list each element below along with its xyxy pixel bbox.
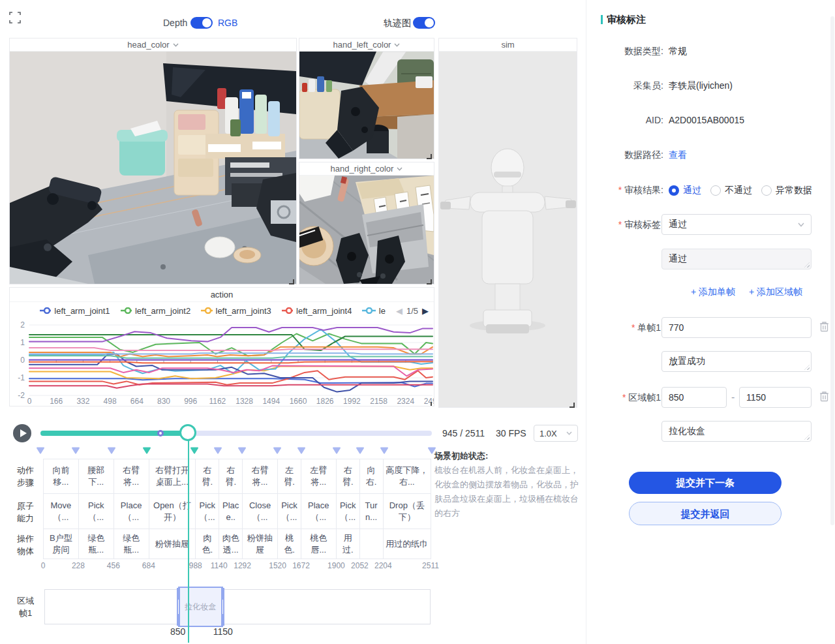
svg-text:166: 166 (50, 397, 63, 406)
svg-text:1992: 1992 (343, 397, 361, 406)
add-region-frame-link[interactable]: + 添加区域帧 (749, 286, 802, 298)
hand-left-camera-title: hand_left_color (333, 40, 391, 50)
timeline-cell: Pick（... (79, 494, 114, 529)
resize-handle-icon[interactable] (425, 399, 433, 406)
review-result-label: 审核结果: (601, 185, 663, 196)
timeline-cell: 腰部下... (79, 459, 114, 493)
speed-select[interactable]: 1.0X (534, 425, 578, 442)
radio-unselected[interactable] (761, 185, 772, 196)
chevron-down-icon (173, 43, 179, 47)
step-boundary-marker-icon[interactable] (356, 445, 365, 457)
panel-scrollbar[interactable] (830, 16, 834, 525)
region-segment-label: 拉化妆盒 (185, 602, 216, 613)
trajectory-toggle[interactable] (413, 17, 435, 29)
svg-text:2: 2 (20, 320, 25, 330)
review-tag-note-textarea[interactable]: 通过 (661, 249, 812, 269)
data-type-label: 数据类型: (601, 46, 663, 57)
depth-rgb-toggle[interactable] (190, 17, 213, 29)
step-boundary-marker-icon[interactable] (332, 445, 341, 457)
slider-handle[interactable] (179, 424, 196, 441)
play-button[interactable] (13, 424, 31, 442)
step-boundary-marker-icon[interactable] (297, 445, 306, 457)
hand-right-camera-selector[interactable]: hand_right_color (299, 162, 434, 176)
timeline-row: 向前移...腰部下...右臂将...右臂打开桌面上...右臂.右臂.右臂将...… (44, 459, 431, 494)
fullscreen-icon[interactable] (9, 12, 21, 23)
frame-scale-label: 228 (72, 561, 85, 570)
region-start-value: 850 (170, 626, 185, 637)
region-end-input[interactable] (739, 387, 812, 408)
trajectory-label: 轨迹图 (384, 18, 411, 29)
submit-next-button[interactable]: 提交并下一条 (629, 472, 782, 494)
timeline-cell: 桃色. (278, 529, 301, 559)
timeline-cell: 桃色唇... (301, 529, 337, 559)
resize-handle-icon[interactable] (425, 276, 433, 283)
svg-text:1162: 1162 (209, 397, 226, 406)
scene-initial-state: 场景初始状态: 梳妆台在机器人前，化妆盒在桌面上，化妆盒的侧边摆放着物品，化妆品… (434, 449, 583, 521)
radio-unselected[interactable] (710, 185, 721, 196)
delete-region-frame-icon[interactable] (819, 391, 830, 403)
data-path-label: 数据路径: (601, 149, 663, 161)
step-boundary-marker-icon[interactable] (237, 445, 247, 457)
timeline-cell: 粉饼抽屉 (243, 529, 278, 559)
review-panel: 审核标注 数据类型: 常规 采集员: 李轶晨(liyichen) AID: A2… (586, 0, 835, 644)
frame-scale-label: 456 (107, 561, 120, 570)
region-right-handle[interactable] (221, 588, 224, 626)
legend-next-icon[interactable]: ▶ (422, 306, 429, 316)
timeline-cell: Pick（... (196, 494, 219, 529)
radio-option-label[interactable]: 通过 (683, 185, 701, 196)
playback-slider[interactable] (40, 431, 432, 436)
action-chart-title: action (10, 288, 434, 302)
region-left-handle[interactable] (177, 588, 180, 626)
step-boundary-marker-icon[interactable] (107, 445, 116, 457)
step-timeline-grid: 向前移...腰部下...右臂将...右臂打开桌面上...右臂.右臂.右臂将...… (43, 459, 431, 559)
frame-scale-label: 684 (142, 561, 155, 570)
region-frame-segment[interactable]: 拉化妆盒 (178, 587, 223, 627)
line-series-icon (362, 307, 375, 314)
hand-left-camera-selector[interactable]: hand_left_color (299, 38, 434, 52)
hand-left-camera-image (299, 52, 434, 159)
toggle-knob (425, 18, 434, 27)
legend-prev-icon[interactable]: ◀ (396, 306, 402, 316)
legend-item[interactable]: left_arm_joint3 (201, 306, 271, 316)
radio-option-label[interactable]: 不通过 (725, 185, 752, 196)
chevron-down-icon (397, 167, 402, 171)
step-boundary-marker-icon[interactable] (273, 445, 282, 457)
single-frame-note-textarea[interactable]: 放置成功 (661, 351, 812, 372)
step-boundary-marker-icon[interactable] (71, 445, 80, 457)
step-boundary-marker-icon[interactable] (36, 445, 45, 457)
legend-item[interactable]: left_arm_joint1 (40, 306, 110, 316)
legend-item[interactable]: left_arm_joint4 (282, 306, 352, 316)
radio-option-label[interactable]: 异常数据 (776, 185, 812, 196)
review-tag-select[interactable]: 通过 (661, 214, 812, 235)
single-frame-marker-dot[interactable] (157, 430, 164, 437)
region-frame-track[interactable] (44, 589, 431, 624)
resize-handle-icon[interactable] (568, 399, 575, 406)
region-frame-note-textarea[interactable]: 拉化妆盒 (661, 421, 812, 442)
data-path-view-link[interactable]: 查看 (669, 149, 687, 161)
svg-text:0: 0 (27, 397, 32, 406)
timeline-cell: Move（... (44, 494, 79, 529)
legend-item[interactable]: left_arm_joint2 (121, 306, 191, 316)
timeline-cell: 肉色透... (219, 529, 243, 559)
frame-scale-label: 988 (189, 561, 202, 570)
legend-item[interactable]: le (362, 306, 386, 316)
resize-handle-icon[interactable] (425, 151, 433, 158)
add-single-frame-link[interactable]: + 添加单帧 (691, 286, 735, 298)
svg-text:2324: 2324 (397, 397, 414, 406)
step-boundary-marker-icon[interactable] (213, 445, 222, 457)
step-boundary-marker-icon[interactable] (142, 445, 151, 457)
timeline-cell: 高度下降，右... (384, 459, 431, 493)
step-boundary-marker-icon[interactable] (380, 445, 389, 457)
single-frame-input[interactable] (661, 317, 812, 338)
head-camera-selector[interactable]: head_color (10, 38, 296, 52)
delete-single-frame-icon[interactable] (819, 321, 830, 333)
submit-return-button[interactable]: 提交并返回 (629, 502, 782, 525)
timeline-cell: 右臂. (337, 459, 360, 493)
region-start-input[interactable] (661, 387, 727, 408)
resize-handle-icon[interactable] (288, 276, 295, 283)
radio-selected[interactable] (669, 185, 679, 196)
timeline-cell: 用过. (337, 529, 360, 559)
timeline-cell: 右臂将... (114, 459, 149, 493)
timeline-cell: 左臂将... (301, 459, 337, 493)
step-boundary-marker-icon[interactable] (190, 445, 199, 457)
